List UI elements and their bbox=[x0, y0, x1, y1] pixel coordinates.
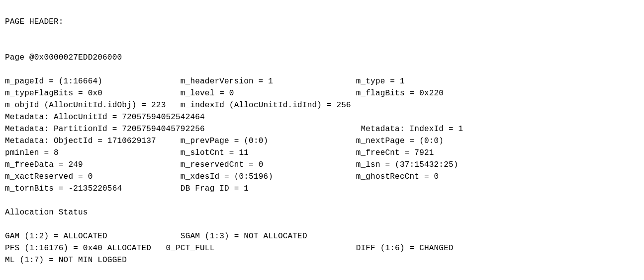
page-address-line: Page @0x0000027EDD206000 bbox=[5, 53, 122, 62]
row-9: m_xactReserved = 0 m_xdesId = (0:5196) m… bbox=[5, 172, 439, 181]
section-allocation-status: Allocation Status bbox=[5, 208, 88, 217]
row-5: Metadata: PartitionId = 7205759404579225… bbox=[5, 125, 463, 134]
section-page-header: PAGE HEADER: bbox=[5, 17, 64, 26]
row-3: m_objId (AllocUnitId.idObj) = 223 m_inde… bbox=[5, 101, 356, 110]
row-2: m_typeFlagBits = 0x0 m_level = 0 m_flagB… bbox=[5, 89, 444, 98]
row-6: Metadata: ObjectId = 1710629137 m_prevPa… bbox=[5, 137, 444, 145]
alloc-row-3: ML (1:7) = NOT MIN LOGGED bbox=[5, 256, 181, 265]
row-4: Metadata: AllocUnitId = 7205759405254246… bbox=[5, 113, 356, 122]
row-8: m_freeData = 249 m_reservedCnt = 0 m_lsn… bbox=[5, 160, 459, 169]
alloc-row-2: PFS (1:16176) = 0x40 ALLOCATED 0_PCT_FUL… bbox=[5, 244, 454, 253]
row-7: pminlen = 8 m_slotCnt = 11 m_freeCnt = 7… bbox=[5, 148, 434, 157]
row-10: m_tornBits = -2135220564 DB Frag ID = 1 bbox=[5, 184, 356, 193]
alloc-row-1: GAM (1:2) = ALLOCATED SGAM (1:3) = NOT A… bbox=[5, 232, 356, 241]
row-1: m_pageId = (1:16664) m_headerVersion = 1… bbox=[5, 77, 405, 86]
